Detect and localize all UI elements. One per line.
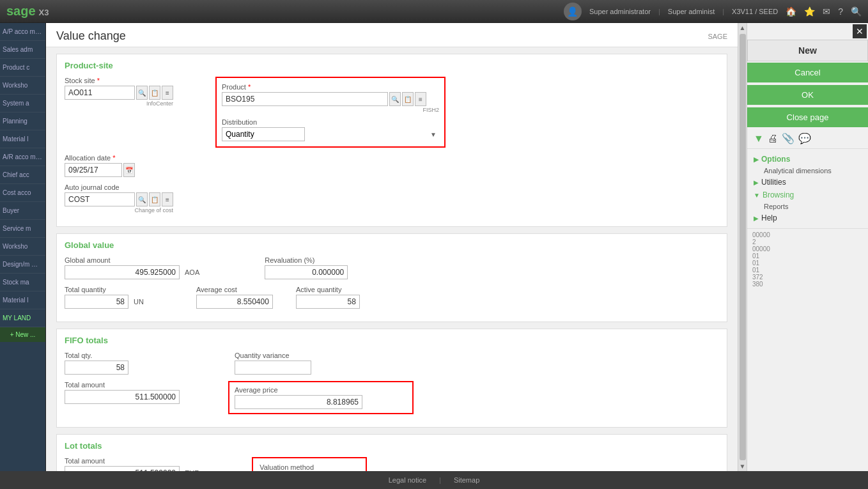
cancel-button[interactable]: Cancel (747, 63, 868, 82)
sidebar-item-ap[interactable]: A/P acco manager (0, 23, 45, 41)
sidebar-item-ar[interactable]: A/R acco manager (0, 148, 45, 166)
panel-menu: ▶ Options Analytical dimensions ▶ Utilit… (747, 149, 868, 228)
auto-journal-search-btn[interactable]: 🔍 (136, 192, 148, 206)
panel-comment-icon[interactable]: 💬 (798, 132, 811, 144)
distribution-select-wrap: Quantity ▼ (222, 127, 439, 141)
help-label: Help (761, 213, 777, 222)
average-price-highlighted: Average price (228, 381, 414, 414)
ok-button[interactable]: OK (747, 85, 868, 105)
sidebar-item-material2[interactable]: Material l (0, 291, 45, 309)
global-amount-input[interactable] (65, 265, 180, 279)
fifo-total-amount-group: Total amount (65, 381, 180, 404)
top-bar: sage X3 👤 Super administrator | Super ad… (0, 0, 868, 23)
product-list-btn[interactable]: ≡ (415, 92, 426, 106)
quantity-variance-input[interactable] (235, 361, 311, 375)
fifo-total-qty-label: Total qty. (65, 352, 128, 359)
lot-total-amount-label: Total amount (65, 457, 203, 465)
product-search-btn[interactable]: 🔍 (389, 92, 401, 106)
sidebar-item-material1[interactable]: Material l (0, 130, 45, 148)
sidebar-item-cost[interactable]: Cost acco (0, 184, 45, 202)
total-quantity-input[interactable] (65, 295, 128, 309)
user-name-1: Super administrator (589, 8, 651, 15)
new-button[interactable]: New (747, 40, 868, 61)
product-group: Product * 🔍 📋 ≡ FISH2 (222, 83, 439, 113)
logo: sage X3 (6, 4, 49, 19)
sidebar-item-system[interactable]: System a (0, 95, 45, 113)
average-cost-input[interactable] (196, 295, 273, 309)
sidebar-item-product[interactable]: Product c (0, 59, 45, 77)
auto-journal-group: Auto journal code 🔍 📋 ≡ Change of cost (65, 183, 173, 213)
product-copy-btn[interactable]: 📋 (402, 92, 414, 106)
logo-suffix: X3 (39, 8, 49, 17)
utilities-menu-item[interactable]: ▶ Utilities (754, 176, 862, 189)
close-button[interactable]: ✕ (853, 24, 867, 38)
panel-attach-icon[interactable]: 📎 (782, 132, 794, 144)
auto-journal-list-btn[interactable]: ≡ (162, 192, 173, 206)
sidebar-item-myland[interactable]: MY LAND (0, 309, 45, 327)
active-quantity-group: Active quantity (296, 286, 360, 309)
active-quantity-input[interactable] (296, 295, 360, 309)
average-cost-group: Average cost (196, 286, 273, 309)
active-quantity-label: Active quantity (296, 286, 360, 293)
legal-notice-link[interactable]: Legal notice (389, 476, 426, 484)
average-price-input[interactable] (235, 395, 362, 409)
global-amount-group: Global amount AOA (65, 256, 203, 279)
auto-journal-label: Auto journal code (65, 183, 173, 191)
analytical-dimensions-item[interactable]: Analytical dimensions (754, 166, 862, 176)
global-value-title: Global value (65, 240, 719, 250)
lot-total-amount-input[interactable] (65, 466, 180, 471)
product-site-section: Product-site Stock site * 🔍 📋 ≡ (56, 54, 727, 227)
product-hint: FISH2 (222, 107, 439, 113)
revaluation-input[interactable] (265, 265, 348, 279)
sidebar-new-button[interactable]: + New ... (0, 327, 45, 342)
stock-site-copy-btn[interactable]: 📋 (149, 86, 160, 100)
global-currency: AOA (181, 267, 203, 278)
help-arrow: ▶ (754, 215, 759, 222)
star-icon[interactable]: ⭐ (804, 6, 815, 17)
browsing-arrow: ▼ (754, 192, 760, 199)
sidebar-item-workshop2[interactable]: Worksho (0, 238, 45, 256)
main-form: Value change SAGE Product-site Stock sit… (46, 23, 738, 471)
panel-print-icon[interactable]: 🖨 (768, 133, 778, 144)
sidebar: A/P acco manager Sales adm Product c Wor… (0, 23, 46, 471)
total-quantity-input-wrap: UN (65, 295, 148, 309)
vertical-scrollbar[interactable]: ▲ ▼ (738, 23, 747, 471)
auto-journal-input[interactable] (65, 192, 135, 206)
sidebar-item-service[interactable]: Service m (0, 220, 45, 238)
sidebar-item-buyer[interactable]: Buyer (0, 202, 45, 220)
close-page-button[interactable]: Close page (747, 107, 868, 127)
options-menu-item[interactable]: ▶ Options (754, 153, 862, 166)
search-icon[interactable]: 🔍 (851, 6, 862, 17)
stock-site-search-btn[interactable]: 🔍 (136, 86, 148, 100)
fifo-total-qty-input[interactable] (65, 361, 128, 375)
help-menu-item[interactable]: ▶ Help (754, 212, 862, 224)
fifo-totals-row1: Total qty. Quantity variance (65, 352, 719, 375)
sidebar-item-sales[interactable]: Sales adm (0, 41, 45, 59)
auto-journal-copy-btn[interactable]: 📋 (149, 192, 160, 206)
sidebar-item-chief[interactable]: Chief acc (0, 166, 45, 184)
fifo-total-amount-input[interactable] (65, 390, 180, 404)
total-quantity-label: Total quantity (65, 286, 148, 293)
mail-icon[interactable]: ✉ (823, 6, 830, 17)
sidebar-item-stock[interactable]: Stock ma (0, 274, 45, 291)
quantity-variance-group: Quantity variance (235, 352, 311, 375)
sitemap-link[interactable]: Sitemap (454, 476, 479, 484)
allocation-date-input[interactable] (65, 163, 122, 177)
lot-total-amount-wrap: EUR (65, 466, 203, 471)
content-wrapper: Value change SAGE Product-site Stock sit… (46, 23, 868, 471)
help-icon[interactable]: ? (838, 6, 843, 17)
sidebar-item-design[interactable]: Design/m manager (0, 256, 45, 274)
stock-site-input[interactable] (65, 86, 135, 100)
revaluation-group: Revaluation (%) (265, 256, 348, 279)
panel-dropdown-icon[interactable]: ▼ (754, 133, 764, 144)
product-input-wrap: 🔍 📋 ≡ (222, 92, 439, 106)
home-icon[interactable]: 🏠 (786, 6, 796, 17)
allocation-date-calendar-btn[interactable]: 📅 (123, 163, 135, 177)
sidebar-item-planning[interactable]: Planning (0, 113, 45, 130)
browsing-menu-item[interactable]: ▼ Browsing (754, 189, 862, 201)
stock-site-list-btn[interactable]: ≡ (162, 86, 173, 100)
distribution-select[interactable]: Quantity (222, 127, 305, 141)
product-input[interactable] (222, 92, 388, 106)
sidebar-item-workshop1[interactable]: Worksho (0, 77, 45, 95)
reports-sub-item[interactable]: Reports (754, 201, 862, 212)
